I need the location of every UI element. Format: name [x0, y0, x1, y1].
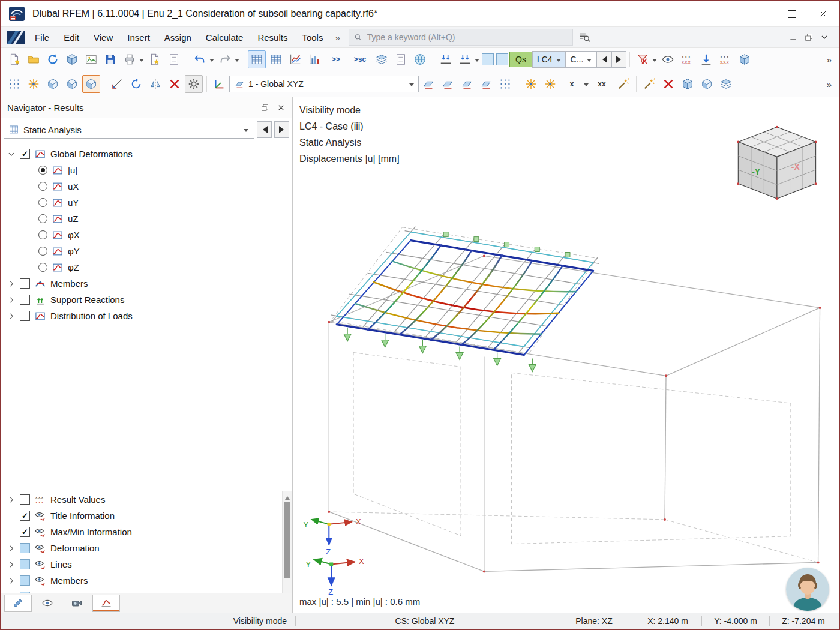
gallery-icon[interactable]	[82, 50, 100, 68]
extreme-values-icon[interactable]	[716, 50, 734, 68]
tree-item-uy[interactable]: uY	[1, 194, 292, 211]
tree-item-phiy[interactable]: φY	[1, 243, 292, 259]
tree-item-phiz[interactable]: φZ	[1, 259, 292, 275]
previous-result-button[interactable]	[257, 121, 272, 138]
toolbar-overflow-chevron[interactable]: »	[827, 55, 835, 65]
plane-offset-icon[interactable]	[477, 75, 495, 93]
next-result-button[interactable]	[274, 121, 289, 138]
maximize-button[interactable]	[776, 1, 808, 26]
search-input[interactable]	[366, 32, 568, 43]
checkbox[interactable]	[20, 311, 30, 321]
undo-icon[interactable]	[191, 50, 209, 68]
tree-item-ux[interactable]: uX	[1, 178, 292, 194]
tree-item-global-deformations[interactable]: Global Deformations	[1, 146, 292, 162]
new-model-icon[interactable]	[5, 50, 23, 68]
print-icon[interactable]	[121, 50, 139, 68]
tree-item-uz[interactable]: uZ	[1, 211, 292, 227]
next-load-case-button[interactable]	[611, 51, 626, 68]
quick-select-chip[interactable]: Qs	[509, 52, 532, 67]
toolbar-overflow-chevron[interactable]: »	[827, 79, 835, 89]
plane-xz-icon[interactable]	[458, 75, 476, 93]
tree-item-members-display[interactable]: Members	[1, 572, 282, 589]
view-rotate-icon[interactable]	[63, 75, 81, 93]
node-grid-icon[interactable]	[5, 75, 23, 93]
checkbox[interactable]	[20, 527, 30, 537]
case-combo[interactable]: C...	[566, 51, 597, 68]
tab-data[interactable]	[4, 595, 32, 612]
delete-results-icon[interactable]	[166, 75, 184, 93]
chevron-right-icon[interactable]	[7, 296, 16, 304]
tree-item-lines[interactable]: Lines	[1, 556, 282, 572]
plane-xy-icon[interactable]	[419, 75, 437, 93]
work-plane-axes-icon[interactable]	[211, 75, 229, 93]
close-button[interactable]	[808, 1, 839, 26]
display-properties-icon[interactable]	[185, 75, 203, 93]
clipping-box-icon[interactable]	[679, 75, 697, 93]
checkbox-partial[interactable]	[20, 575, 30, 586]
tree-item-maxmin-information[interactable]: Max/Min Information	[1, 524, 282, 540]
checkbox-partial[interactable]	[20, 543, 30, 553]
surface-result-toggle-2[interactable]	[496, 53, 508, 65]
redo-dropdown-caret[interactable]	[235, 59, 239, 64]
dimension-icon[interactable]	[108, 75, 126, 93]
search-options-icon[interactable]	[575, 28, 593, 46]
tree-item-members[interactable]: Members	[1, 275, 292, 292]
generate-loads-icon[interactable]	[456, 50, 474, 68]
chevron-right-icon[interactable]	[7, 312, 16, 320]
tree-item-distribution-of-loads[interactable]: Distribution of Loads	[1, 308, 292, 324]
tree-item-title-information[interactable]: Title Information	[1, 508, 282, 524]
redo-icon[interactable]	[216, 50, 234, 68]
radio-button[interactable]	[38, 230, 47, 239]
radio-button[interactable]	[38, 247, 47, 256]
radio-button[interactable]	[38, 166, 47, 175]
tree-item-deformation[interactable]: Deformation	[1, 540, 282, 556]
tree-item-result-values[interactable]: Result Values	[1, 491, 282, 508]
grid-settings-icon[interactable]	[496, 75, 514, 93]
printout-report-icon[interactable]	[392, 50, 410, 68]
radio-button[interactable]	[38, 263, 47, 272]
checkbox[interactable]	[20, 494, 30, 505]
menu-item-assign[interactable]: Assign	[157, 27, 199, 47]
menu-item-tools[interactable]: Tools	[295, 27, 330, 47]
guidelines-icon[interactable]	[614, 75, 632, 93]
sc-solver-icon[interactable]: >sc	[349, 50, 371, 68]
chevron-right-icon[interactable]	[7, 496, 16, 504]
visibility-wand-icon[interactable]	[640, 75, 658, 93]
result-tables-icon[interactable]	[305, 50, 323, 68]
load-case-combo[interactable]: LC4	[532, 51, 566, 68]
cube-face-label-y[interactable]: -Y	[752, 167, 761, 176]
radio-button[interactable]	[38, 214, 47, 223]
menu-item-edit[interactable]: Edit	[56, 27, 86, 47]
new-note-icon[interactable]	[146, 50, 164, 68]
minimize-button[interactable]	[745, 1, 776, 26]
filter-dropdown-caret[interactable]	[652, 59, 657, 64]
menu-item-results[interactable]: Results	[250, 27, 295, 47]
chevron-down-icon[interactable]	[820, 32, 829, 42]
radio-button[interactable]	[38, 182, 47, 191]
filter-results-icon[interactable]	[634, 50, 652, 68]
chevron-right-icon[interactable]	[7, 560, 16, 569]
tree-item-phix[interactable]: φX	[1, 227, 292, 243]
view-isometric-icon[interactable]	[44, 75, 62, 93]
visibility-mode-icon[interactable]	[82, 75, 100, 93]
snap-node-icon[interactable]	[522, 75, 540, 93]
snap-x-icon[interactable]: x	[560, 75, 583, 93]
coordinate-system-combo[interactable]: 1 - Global XYZ	[229, 76, 419, 92]
menu-overflow-chevron[interactable]: »	[330, 32, 344, 43]
undo-dropdown-caret[interactable]	[209, 59, 214, 64]
open-model-icon[interactable]	[25, 50, 43, 68]
scroll-up-icon[interactable]	[285, 494, 290, 500]
checkbox[interactable]	[20, 511, 30, 521]
menu-item-file[interactable]: File	[28, 27, 56, 47]
section-icon[interactable]	[717, 75, 735, 93]
object-snap-icon[interactable]	[25, 75, 43, 93]
rotate-view-icon[interactable]	[127, 75, 145, 93]
chevron-right-icon[interactable]	[7, 280, 16, 288]
tab-results[interactable]	[92, 595, 120, 612]
checkbox[interactable]	[20, 295, 30, 305]
analysis-type-combo[interactable]: Static Analysis	[4, 121, 254, 139]
print-dropdown-caret[interactable]	[139, 59, 144, 64]
previous-load-case-button[interactable]	[596, 51, 611, 68]
chevron-right-icon[interactable]	[7, 577, 16, 585]
snap-line-icon[interactable]	[541, 75, 559, 93]
